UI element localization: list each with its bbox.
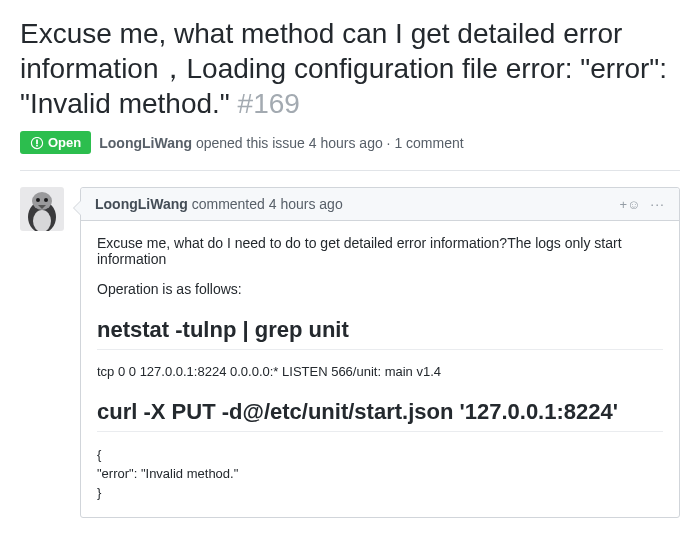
issue-meta: Open LoongLiWang opened this issue 4 hou… (20, 131, 680, 171)
issue-author-link[interactable]: LoongLiWang (99, 135, 192, 151)
body-paragraph: Excuse me, what do I need to do to get d… (97, 235, 663, 267)
add-reaction-button[interactable]: +☺ (619, 197, 640, 212)
comment-menu-button[interactable]: ··· (650, 197, 665, 211)
issue-title-row: Excuse me, what method can I get detaile… (20, 16, 680, 121)
issue-title: Excuse me, what method can I get detaile… (20, 16, 680, 121)
penguin-avatar-icon (20, 187, 64, 231)
body-output: tcp 0 0 127.0.0.1:8224 0.0.0.0:* LISTEN … (97, 364, 663, 379)
json-line: { (97, 446, 663, 465)
smiley-icon: ☺ (627, 197, 640, 212)
plus-icon: + (619, 197, 627, 212)
comment-header: LoongLiWang commented 4 hours ago +☺ ··· (81, 188, 679, 221)
opened-text: opened this issue 4 hours ago (196, 135, 383, 151)
status-badge: Open (20, 131, 91, 154)
comment-timestamp[interactable]: 4 hours ago (269, 196, 343, 212)
comment-count: 1 comment (394, 135, 463, 151)
comment-author-link[interactable]: LoongLiWang (95, 196, 188, 212)
status-label: Open (48, 135, 81, 150)
body-heading: curl -X PUT -d@/etc/unit/start.json '127… (97, 399, 663, 432)
svg-point-4 (36, 198, 40, 202)
comment-box: LoongLiWang commented 4 hours ago +☺ ···… (80, 187, 680, 518)
json-line: } (97, 484, 663, 503)
comment-body: Excuse me, what do I need to do to get d… (81, 221, 679, 517)
json-line: "error": "Invalid method." (97, 465, 663, 484)
body-paragraph: Operation is as follows: (97, 281, 663, 297)
issue-byline: LoongLiWang opened this issue 4 hours ag… (99, 135, 463, 151)
avatar[interactable] (20, 187, 64, 231)
body-heading: netstat -tulnp | grep unit (97, 317, 663, 350)
svg-point-2 (33, 210, 51, 231)
comment-thread: LoongLiWang commented 4 hours ago +☺ ···… (20, 187, 680, 518)
issue-title-text: Excuse me, what method can I get detaile… (20, 18, 667, 119)
issue-number: #169 (238, 88, 300, 119)
svg-point-5 (44, 198, 48, 202)
comment-byline: LoongLiWang commented 4 hours ago (95, 196, 343, 212)
comment-action: commented (192, 196, 265, 212)
body-json: { "error": "Invalid method." } (97, 446, 663, 503)
issue-open-icon (30, 136, 44, 150)
